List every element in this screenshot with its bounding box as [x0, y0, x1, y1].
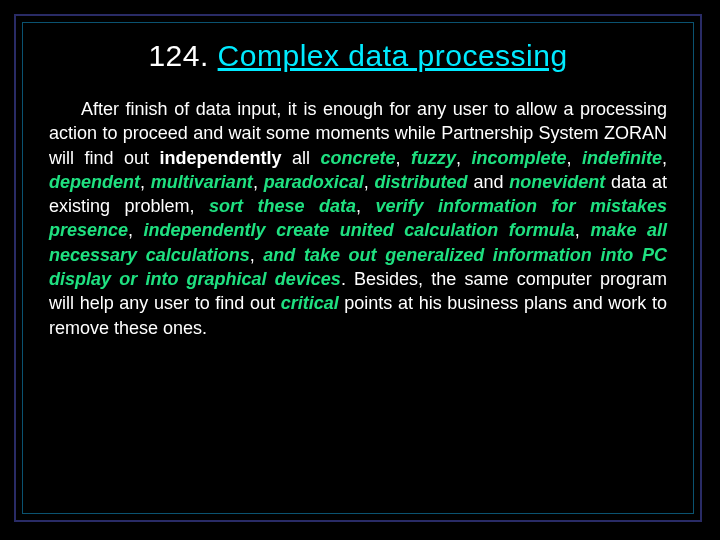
kw-distributed: distributed: [375, 172, 468, 192]
comma-4: ,: [662, 148, 667, 168]
slide-body: After finish of data input, it is enough…: [49, 97, 667, 340]
kw-sort: sort these data: [209, 196, 356, 216]
kw-incomplete: incomplete: [471, 148, 566, 168]
kw-concrete: concrete: [320, 148, 395, 168]
slide-title: 124. Complex data processing: [49, 39, 667, 73]
kw-multivariant: multivariant: [151, 172, 253, 192]
kw-create: independently create united calculation …: [144, 220, 575, 240]
kw-fuzzy: fuzzy: [411, 148, 456, 168]
kw-dependent: dependent: [49, 172, 140, 192]
comma-6: ,: [253, 172, 264, 192]
kw-independently: independently: [159, 148, 281, 168]
comma-7: ,: [364, 172, 375, 192]
title-text: Complex data processing: [218, 39, 568, 72]
kw-nonevident: nonevident: [509, 172, 605, 192]
comma-8: ,: [356, 196, 375, 216]
slide-frame-outer: 124. Complex data processing After finis…: [14, 14, 702, 522]
slide-frame-inner: 124. Complex data processing After finis…: [22, 22, 694, 514]
body-text-3: and: [468, 172, 510, 192]
comma-11: ,: [250, 245, 264, 265]
comma-5: ,: [140, 172, 151, 192]
title-number: 124.: [148, 39, 208, 72]
kw-paradoxical: paradoxical: [264, 172, 364, 192]
kw-critical: critical: [281, 293, 339, 313]
comma-3: ,: [567, 148, 582, 168]
comma-10: ,: [575, 220, 591, 240]
comma-2: ,: [456, 148, 471, 168]
kw-indefinite: indefinite: [582, 148, 662, 168]
comma-1: ,: [396, 148, 411, 168]
comma-9: ,: [128, 220, 144, 240]
body-text-2: all: [281, 148, 320, 168]
